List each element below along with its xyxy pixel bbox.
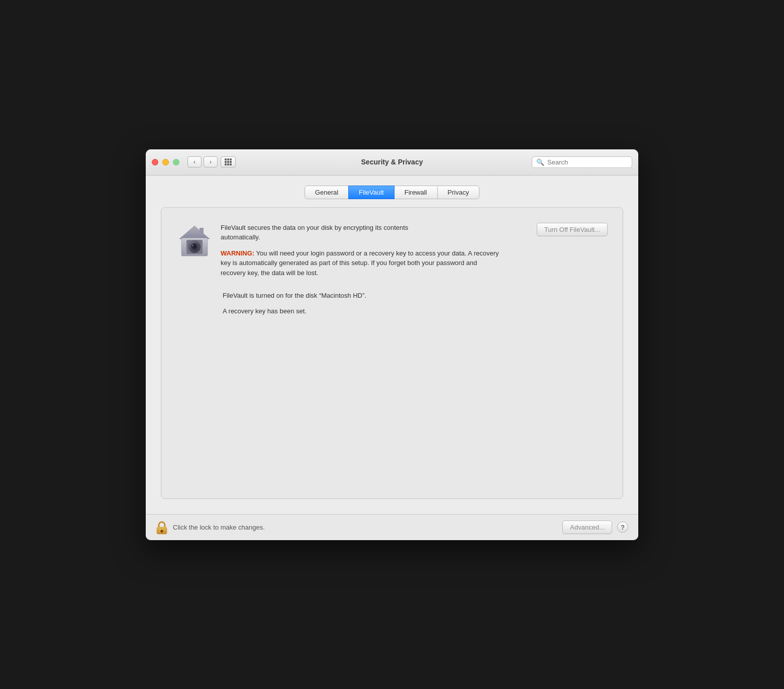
filevault-panel: FileVault secures the data on your disk … — [161, 207, 623, 499]
forward-icon: › — [210, 158, 212, 165]
content-area: General FileVault Firewall Privacy — [146, 176, 638, 514]
filevault-body: FileVault secures the data on your disk … — [176, 223, 608, 278]
turn-off-filevault-button[interactable]: Turn Off FileVault... — [537, 223, 608, 236]
advanced-button[interactable]: Advanced... — [562, 521, 612, 534]
svg-rect-9 — [194, 245, 195, 247]
lock-icon[interactable] — [156, 521, 168, 533]
search-box: 🔍 — [532, 156, 632, 168]
minimize-button[interactable] — [162, 159, 169, 165]
titlebar: ‹ › Security & Privacy 🔍 — [146, 149, 638, 176]
recovery-key-status: A recovery key has been set. — [176, 307, 608, 315]
forward-button[interactable]: › — [204, 156, 218, 167]
search-input[interactable] — [547, 158, 628, 166]
warning-text: WARNING: You will need your login passwo… — [221, 248, 502, 278]
filevault-info: FileVault secures the data on your disk … — [213, 223, 537, 278]
zoom-button[interactable] — [173, 159, 179, 165]
svg-marker-0 — [179, 226, 210, 239]
tab-privacy[interactable]: Privacy — [437, 186, 480, 199]
window-title: Security & Privacy — [361, 158, 423, 166]
tab-bar: General FileVault Firewall Privacy — [161, 186, 623, 199]
bottom-bar: Click the lock to make changes. Advanced… — [146, 514, 638, 540]
svg-rect-1 — [200, 228, 204, 236]
search-icon: 🔍 — [536, 158, 544, 166]
filevault-status: FileVault is turned on for the disk “Mac… — [176, 292, 608, 299]
back-icon: ‹ — [193, 158, 195, 165]
tab-firewall[interactable]: Firewall — [394, 186, 438, 199]
main-window: ‹ › Security & Privacy 🔍 General FileVau… — [146, 149, 638, 540]
grid-icon — [225, 158, 232, 165]
back-button[interactable]: ‹ — [187, 156, 202, 167]
svg-rect-15 — [161, 531, 162, 533]
help-button[interactable]: ? — [617, 522, 628, 533]
tab-filevault[interactable]: FileVault — [348, 186, 395, 199]
tab-general[interactable]: General — [305, 186, 349, 199]
traffic-lights — [152, 159, 179, 165]
grid-menu-button[interactable] — [221, 156, 236, 167]
filevault-icon — [176, 223, 213, 259]
warning-label: WARNING: — [221, 249, 254, 257]
close-button[interactable] — [152, 159, 158, 165]
lock-label: Click the lock to make changes. — [173, 524, 557, 531]
filevault-description: FileVault secures the data on your disk … — [221, 223, 432, 242]
warning-body: You will need your login password or a r… — [221, 249, 499, 277]
nav-buttons: ‹ › — [187, 156, 218, 167]
header-right: Turn Off FileVault... — [537, 223, 608, 236]
